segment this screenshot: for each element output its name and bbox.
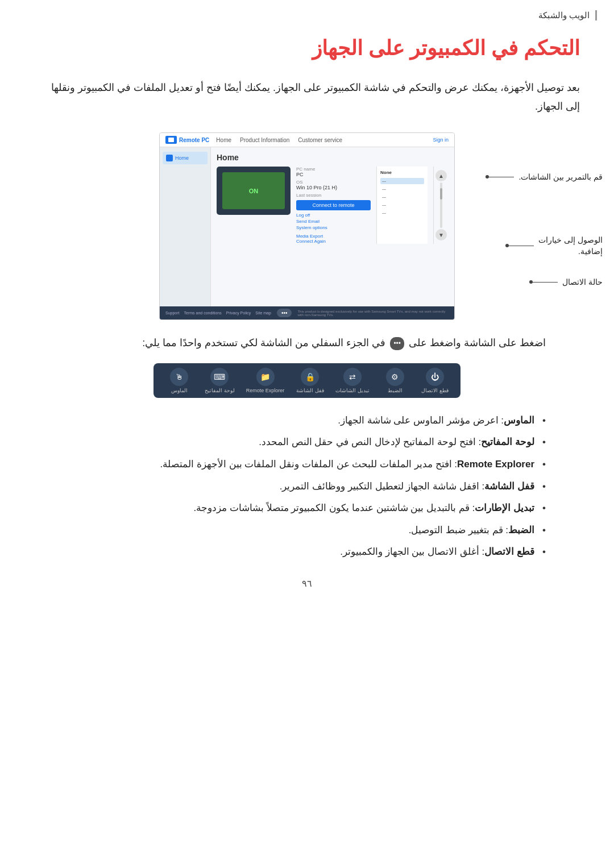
- explorer-icon: 📁: [256, 368, 275, 386]
- notif-title: None: [380, 170, 424, 175]
- bullet-disconnect: قطع الاتصال: أغلق الاتصال بين الجهاز وال…: [68, 543, 546, 561]
- toolbar-keyboard[interactable]: ⌨ لوحة المفاتيح: [205, 368, 235, 393]
- rpc-section-title: Home: [217, 153, 449, 162]
- settings-icon: ⚙: [386, 368, 404, 386]
- nav-product[interactable]: Product Information: [240, 137, 289, 143]
- page-title: التحكم في الكمبيوتر على الجهاز: [34, 34, 580, 63]
- rpc-signin[interactable]: Sign in: [433, 137, 449, 143]
- disconnect-label: قطع الاتصال: [421, 388, 449, 393]
- bullet-explorer: Remote Explorer: افتح مدير الملفات للبحث…: [68, 456, 546, 474]
- send-email-option[interactable]: Send Email: [296, 219, 371, 224]
- scroll-track: [440, 182, 442, 228]
- page-number: ٩٦: [34, 578, 580, 589]
- rpc-logo-text: Remote PC: [179, 137, 209, 143]
- bullet-keyboard: لوحة المفاتيح: افتح لوحة المفاتيح لإدخال…: [68, 434, 546, 451]
- last-session-row: Last session: [296, 193, 371, 198]
- mouse-label: الماوس: [171, 388, 188, 393]
- rpc-device-info: PC name PC OS Win 10 Pro (21 H) Last ses…: [296, 167, 371, 244]
- dots-icon: •••: [390, 337, 404, 350]
- connect-btn[interactable]: Connect to remote: [296, 200, 371, 210]
- keyboard-label: لوحة المفاتيح: [205, 388, 235, 393]
- bullet-settings: الضبط: قم بتغيير ضبط التوصيل.: [68, 522, 546, 539]
- rpc-nav-links: Home Product Information Customer servic…: [216, 137, 342, 143]
- rpc-body: Home Home ON: [160, 147, 454, 306]
- rpc-bottom-bar: Support Terms and conditions Privacy Pol…: [160, 306, 454, 319]
- notif-item-1: —: [380, 178, 424, 184]
- annotation-status: حالة الاتصال: [529, 277, 603, 286]
- screenshot-section: Remote PC Home Product Information Custo…: [34, 132, 580, 320]
- pc-name-row: PC name PC: [296, 167, 371, 177]
- home-icon: [166, 155, 173, 161]
- privacy-link[interactable]: Privacy Policy: [226, 311, 251, 315]
- support-link[interactable]: Support: [165, 311, 180, 315]
- toolbar-disconnect[interactable]: ⏻ قطع الاتصال: [421, 368, 449, 393]
- toolbar-mouse[interactable]: 🖱 الماوس: [165, 368, 193, 393]
- disconnect-icon: ⏻: [426, 368, 444, 386]
- notif-item-5: —: [380, 210, 424, 216]
- rpc-bottom-links: Support Terms and conditions Privacy Pol…: [165, 311, 271, 315]
- scroll-down-btn[interactable]: ▼: [435, 229, 447, 240]
- media-export[interactable]: Media Export: [296, 234, 371, 239]
- rpc-scroll-controls: ▲ ▼: [433, 167, 449, 244]
- toolbar-explorer[interactable]: 📁 Remote Explorer: [246, 368, 285, 393]
- toolbar-lock[interactable]: 🔒 قفل الشاشة: [296, 368, 324, 393]
- toolbar-settings[interactable]: ⚙ الضبط: [381, 368, 409, 393]
- mouse-icon: 🖱: [170, 368, 188, 386]
- rpc-device-area: ON PC name PC OS Win 10 Pro (21: [217, 167, 449, 244]
- section-label: الويب والشبكة: [538, 10, 597, 20]
- rpc-bottom-info: This product is designed exclusively for…: [297, 310, 449, 317]
- rpc-device-screen: ON: [222, 172, 285, 209]
- toolbar-switch[interactable]: ⇄ تبديل الشاشات: [335, 368, 370, 393]
- switch-icon: ⇄: [343, 368, 362, 386]
- sidebar-home[interactable]: Home: [163, 152, 208, 164]
- notif-item-3: —: [380, 194, 424, 200]
- samsung-logo-icon: [165, 136, 177, 144]
- bullet-mouse: الماوس: اعرض مؤشر الماوس على شاشة الجهاز…: [68, 412, 546, 430]
- nav-home[interactable]: Home: [216, 137, 231, 143]
- bullet-lock: قفل الشاشة: اقفل شاشة الجهاز لتعطيل التك…: [68, 478, 546, 496]
- explorer-label: Remote Explorer: [246, 388, 285, 393]
- rpc-notifications: None — — — — —: [376, 167, 428, 244]
- rpc-navbar: Remote PC Home Product Information Custo…: [160, 133, 454, 147]
- rpc-logo: Remote PC: [165, 136, 209, 144]
- notif-item-2: —: [380, 186, 424, 192]
- bullet-list: الماوس: اعرض مؤشر الماوس على شاشة الجهاز…: [68, 412, 546, 561]
- rpc-sidebar: Home: [160, 147, 211, 306]
- connect-again[interactable]: Connect Again: [296, 239, 371, 244]
- settings-label: الضبط: [388, 388, 403, 393]
- logoff-option[interactable]: Log off: [296, 213, 371, 218]
- toolbar-wrapper: 🖱 الماوس ⌨ لوحة المفاتيح 📁 Remote Explor…: [34, 363, 580, 398]
- os-row: OS Win 10 Pro (21 H): [296, 180, 371, 190]
- sitemap-link[interactable]: Site map: [255, 311, 271, 315]
- system-options[interactable]: System options: [296, 225, 371, 230]
- remote-pc-screenshot: Remote PC Home Product Information Custo…: [159, 132, 455, 320]
- instruction-text: اضغط على الشاشة واضغط على ••• في الجزء ا…: [68, 334, 546, 352]
- bullet-switch: تبديل الإطارات: قم بالتبديل بين شاشتين ع…: [68, 500, 546, 517]
- switch-label: تبديل الشاشات: [335, 388, 370, 393]
- annotation-options: الوصول إلى خياراتإضافية.: [505, 235, 603, 257]
- more-options-btn[interactable]: •••: [277, 309, 292, 317]
- rpc-main-area: Home ON PC name PC: [211, 147, 454, 306]
- scroll-thumb: [440, 188, 442, 200]
- toolbar-bar: 🖱 الماوس ⌨ لوحة المفاتيح 📁 Remote Explor…: [154, 363, 460, 398]
- terms-link[interactable]: Terms and conditions: [184, 311, 222, 315]
- scroll-up-btn[interactable]: ▲: [435, 170, 447, 181]
- lock-icon: 🔒: [301, 368, 319, 386]
- rpc-options: Log off Send Email System options: [296, 213, 371, 230]
- sidebar-home-label: Home: [175, 155, 189, 161]
- notif-item-4: —: [380, 202, 424, 208]
- lock-label: قفل الشاشة: [296, 388, 324, 393]
- rpc-device-illustration: ON: [217, 167, 291, 215]
- keyboard-icon: ⌨: [210, 368, 229, 386]
- nav-customer[interactable]: Customer service: [298, 137, 342, 143]
- annotation-scroll: قم بالتمرير بين الشاشات.: [486, 172, 603, 181]
- intro-paragraph: بعد توصيل الأجهزة، يمكنك عرض والتحكم في …: [34, 78, 580, 115]
